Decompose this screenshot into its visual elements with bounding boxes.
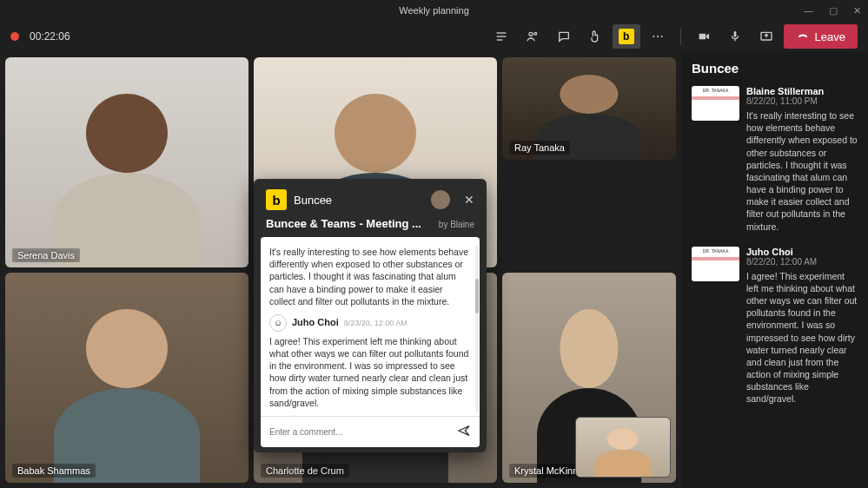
video-grid: Serena Davis Ray Tanaka Danielle Booker … xyxy=(0,52,681,488)
chat-button[interactable] xyxy=(550,24,578,49)
leave-button[interactable]: Leave xyxy=(784,24,858,49)
svg-point-4 xyxy=(534,32,537,35)
video-tile-ray[interactable]: Ray Tanaka xyxy=(502,57,676,160)
participant-name: Babak Shammas xyxy=(12,464,96,478)
popup-scrollbar[interactable] xyxy=(475,246,479,412)
people-button[interactable] xyxy=(519,24,547,49)
buncee-app-button[interactable]: b xyxy=(613,24,640,49)
comment-date: 8/22/20, 12:00 AM xyxy=(746,257,858,267)
svg-point-5 xyxy=(653,36,654,37)
svg-point-7 xyxy=(660,36,662,37)
reply-date: 8/23/20, 12:00 AM xyxy=(344,318,407,328)
panel-title: Buncee xyxy=(692,61,858,76)
comment-text: I agree! This experiment left me thinkin… xyxy=(746,270,858,406)
send-comment-button[interactable] xyxy=(457,424,471,440)
svg-point-6 xyxy=(657,36,659,37)
meeting-toolbar: 00:22:06 b Leave xyxy=(0,21,868,52)
microphone-button[interactable] xyxy=(721,24,749,49)
slide-thumbnail: DR. TANAKA xyxy=(692,86,739,121)
video-tile-serena[interactable]: Serena Davis xyxy=(5,57,248,267)
video-tile-babak[interactable]: Babak Shammas xyxy=(5,273,248,483)
buncee-side-panel: Buncee DR. TANAKA Blaine Stillerman 8/22… xyxy=(681,52,868,488)
svg-rect-8 xyxy=(733,31,736,37)
reply-avatar-icon: ☺ xyxy=(269,314,287,332)
participant-name: Ray Tanaka xyxy=(509,141,570,155)
popup-user-avatar xyxy=(431,190,450,209)
popup-subtitle: Buncee & Teams - Meeting ... xyxy=(266,217,421,230)
popup-comment-text: It's really interesting to see how eleme… xyxy=(269,246,471,307)
buncee-logo-icon: b xyxy=(266,189,287,210)
reply-text: I agree! This experiment left me thinkin… xyxy=(269,335,471,409)
reply-author: Juho Choi xyxy=(292,316,339,329)
self-view-pip[interactable] xyxy=(575,417,671,478)
participant-name: Serena Davis xyxy=(12,248,80,262)
close-window-button[interactable]: ✕ xyxy=(853,5,861,16)
comment-card[interactable]: DR. TANAKA Blaine Stillerman 8/22/20, 11… xyxy=(692,86,858,233)
share-screen-button[interactable] xyxy=(752,24,780,49)
popup-body: It's really interesting to see how eleme… xyxy=(261,237,480,447)
comment-date: 8/22/20, 11:00 PM xyxy=(746,96,858,106)
popup-close-button[interactable]: ✕ xyxy=(464,193,474,207)
window-controls: — ▢ ✕ xyxy=(804,5,861,16)
slide-thumbnail: DR. TANAKA xyxy=(692,247,739,281)
raise-hand-button[interactable] xyxy=(581,24,609,49)
buncee-popup: b Buncee ✕ Buncee & Teams - Meeting ... … xyxy=(254,179,487,452)
title-bar: Weekly planning — ▢ ✕ xyxy=(0,0,868,21)
comment-text: It's really interesting to see how eleme… xyxy=(746,109,858,233)
comment-author: Juho Choi xyxy=(746,247,858,257)
call-timer: 00:22:06 xyxy=(30,30,70,43)
popup-app-name: Buncee xyxy=(294,194,332,207)
leave-label: Leave xyxy=(815,30,845,43)
participants-list-button[interactable] xyxy=(487,24,515,49)
svg-point-3 xyxy=(529,32,533,36)
participant-name: Charlotte de Crum xyxy=(261,464,349,478)
comment-author: Blaine Stillerman xyxy=(746,86,858,96)
comment-card[interactable]: DR. TANAKA Juho Choi 8/22/20, 12:00 AM I… xyxy=(692,247,858,406)
window-title: Weekly planning xyxy=(399,5,469,16)
popup-byline: by Blaine xyxy=(439,220,474,229)
more-actions-button[interactable] xyxy=(644,24,672,49)
comment-input[interactable] xyxy=(269,427,457,437)
camera-button[interactable] xyxy=(690,24,718,49)
recording-indicator-icon xyxy=(10,32,19,41)
maximize-button[interactable]: ▢ xyxy=(829,5,838,16)
minimize-button[interactable]: — xyxy=(804,5,813,16)
